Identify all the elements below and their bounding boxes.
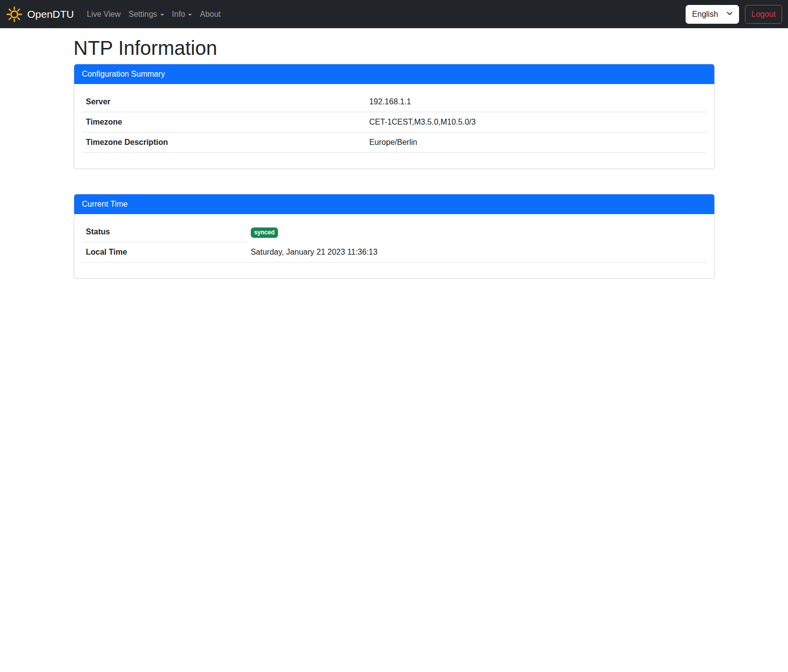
configuration-summary-body: Server 192.168.1.1 Timezone CET-1CEST,M3… <box>74 84 714 169</box>
table-row-local-time: Local Time Saturday, January 21 2023 11:… <box>82 242 706 263</box>
nav-item-about[interactable]: About <box>196 4 225 24</box>
current-time-table: Status synced Local Time Saturday, Janua… <box>82 222 706 263</box>
table-row-status: Status synced <box>82 222 706 242</box>
row-value: CET-1CEST,M3.5.0,M10.5.0/3 <box>365 112 706 133</box>
nav-item-label: Info <box>172 8 185 20</box>
row-value: 192.168.1.1 <box>365 92 706 112</box>
row-value: synced <box>247 222 706 242</box>
table-row-timezone: Timezone CET-1CEST,M3.5.0,M10.5.0/3 <box>82 112 706 133</box>
status-badge: synced <box>251 227 278 238</box>
chevron-down-icon <box>726 9 734 19</box>
configuration-summary-header: Configuration Summary <box>74 64 714 84</box>
nav-item-info[interactable]: Info <box>168 4 196 24</box>
current-time-body: Status synced Local Time Saturday, Janua… <box>74 214 714 278</box>
navbar-left: OpenDTU Live View Settings Info About <box>6 4 225 24</box>
configuration-summary-table: Server 192.168.1.1 Timezone CET-1CEST,M3… <box>82 92 706 153</box>
nav-item-settings[interactable]: Settings <box>125 4 168 24</box>
current-time-card: Current Time Status synced Local Time Sa… <box>74 194 715 279</box>
main-content: NTP Information Configuration Summary Se… <box>68 28 721 279</box>
brand-link[interactable]: OpenDTU <box>6 6 74 23</box>
logout-button[interactable]: Logout <box>745 5 782 24</box>
brand-label: OpenDTU <box>27 8 74 20</box>
configuration-summary-card: Configuration Summary Server 192.168.1.1… <box>74 64 715 169</box>
language-select-value: English <box>692 10 718 19</box>
chevron-down-icon <box>188 14 192 16</box>
language-select[interactable]: English <box>686 5 739 24</box>
table-row-server: Server 192.168.1.1 <box>82 92 706 112</box>
nav-item-label: Settings <box>129 8 157 20</box>
chevron-down-icon <box>160 14 164 16</box>
row-label: Timezone Description <box>82 133 366 153</box>
nav-menu: Live View Settings Info About <box>83 4 225 24</box>
top-navbar: OpenDTU Live View Settings Info About En… <box>0 0 788 28</box>
page-title: NTP Information <box>74 36 715 60</box>
nav-item-label: Live View <box>87 8 121 20</box>
row-label: Server <box>82 92 366 112</box>
sun-logo-icon <box>6 6 23 23</box>
nav-item-label: About <box>200 8 221 20</box>
table-row-timezone-description: Timezone Description Europe/Berlin <box>82 133 706 153</box>
current-time-header: Current Time <box>74 194 714 214</box>
row-label: Local Time <box>82 242 247 263</box>
row-value: Saturday, January 21 2023 11:36:13 <box>247 242 706 263</box>
row-value: Europe/Berlin <box>365 133 706 153</box>
nav-item-live-view[interactable]: Live View <box>83 4 125 24</box>
row-label: Timezone <box>82 112 366 133</box>
row-label: Status <box>82 222 247 242</box>
navbar-right: English Logout <box>686 5 782 24</box>
